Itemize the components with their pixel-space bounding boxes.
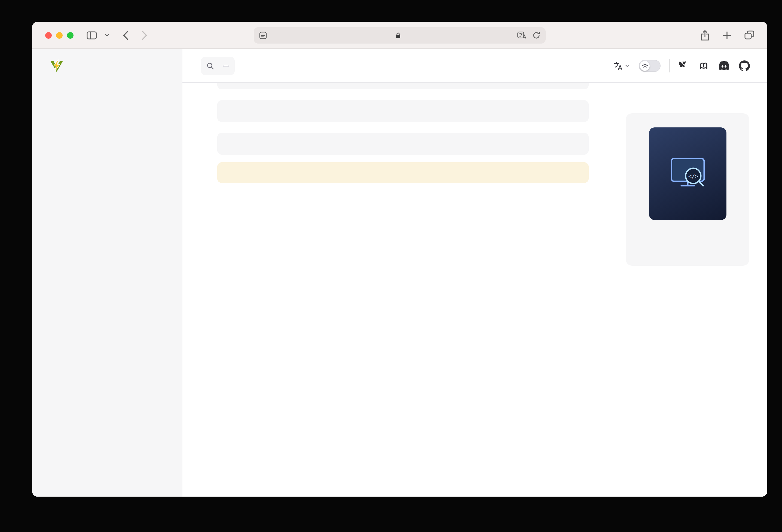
on-this-page: </>: [626, 83, 749, 497]
address-bar[interactable]: [254, 27, 546, 43]
window-controls: [45, 32, 73, 38]
social-links: [679, 60, 750, 71]
toolbar-nav-group: [86, 30, 148, 40]
search-shortcut-badge: [223, 65, 229, 67]
urlbar-actions: [517, 31, 540, 39]
tab-overview-icon[interactable]: [744, 31, 754, 40]
site-frame: </>: [32, 49, 767, 497]
content-area: </>: [182, 83, 767, 497]
forward-button[interactable]: [142, 30, 148, 40]
language-menu[interactable]: [613, 61, 630, 71]
back-button[interactable]: [122, 30, 129, 40]
close-window-button[interactable]: [45, 32, 52, 38]
sidebar: [32, 49, 182, 497]
site-logo[interactable]: [32, 49, 182, 83]
bluesky-icon[interactable]: [679, 61, 689, 71]
reader-icon[interactable]: [259, 31, 267, 39]
svg-text:</>: </>: [688, 173, 698, 179]
url-text-group: [395, 32, 404, 38]
code-block-example[interactable]: [217, 133, 589, 155]
code-block-signature[interactable]: [217, 100, 589, 122]
lock-icon: [395, 32, 401, 38]
toolbar-right-group: [700, 30, 754, 41]
reload-icon[interactable]: [533, 31, 540, 39]
discord-icon[interactable]: [718, 61, 730, 70]
sidebar-toggle-icon[interactable]: [86, 31, 97, 39]
navbar-extras: [613, 59, 750, 72]
desktop-background: </>: [0, 0, 782, 532]
mastodon-icon[interactable]: [699, 60, 709, 71]
search-input[interactable]: [201, 56, 235, 75]
browser-window: </>: [32, 22, 767, 497]
sidebar-nav: [32, 83, 182, 91]
browser-toolbar: [32, 22, 767, 49]
sun-icon: [642, 63, 648, 69]
warning-callout: [217, 162, 589, 183]
site-navbar: [182, 49, 767, 83]
sidebar-chevron-icon[interactable]: [105, 33, 109, 38]
code-search-illustration: </>: [665, 151, 710, 197]
doc-column: [217, 83, 589, 497]
new-tab-icon[interactable]: [723, 31, 731, 39]
translate-icon[interactable]: [517, 32, 526, 39]
language-icon: [613, 61, 623, 71]
theme-toggle[interactable]: [639, 60, 661, 72]
sponsor-card[interactable]: </>: [626, 113, 749, 266]
theme-toggle-knob: [640, 61, 650, 71]
navbar-divider: [669, 59, 670, 72]
vitest-logo-icon: [49, 59, 64, 73]
github-icon[interactable]: [739, 60, 750, 71]
main-area: </>: [182, 49, 767, 497]
chevron-down-icon: [625, 63, 630, 68]
previous-code-block-clipped: [217, 83, 589, 89]
search-icon: [206, 62, 214, 69]
share-icon[interactable]: [700, 30, 710, 41]
zoom-window-button[interactable]: [67, 32, 73, 38]
minimize-window-button[interactable]: [56, 32, 63, 38]
sponsor-image: </>: [649, 128, 726, 220]
